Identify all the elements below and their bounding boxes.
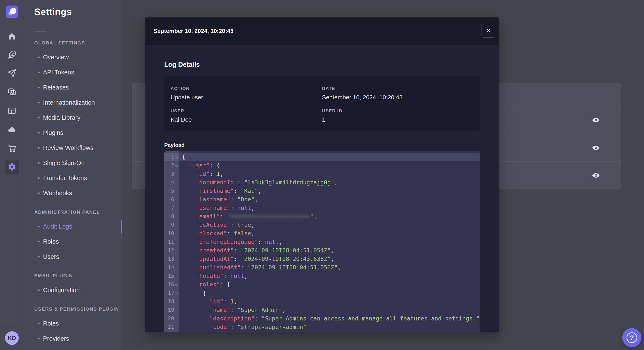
- avatar[interactable]: KD: [5, 331, 19, 345]
- cloud-icon[interactable]: [5, 123, 19, 137]
- token-key: "publishedAt": [196, 264, 241, 271]
- subnav-item-label: Internationalization: [43, 99, 95, 106]
- subnav-item-releases[interactable]: Releases: [24, 80, 123, 95]
- token-null: null: [237, 204, 251, 211]
- subnav-item-label: Roles: [43, 238, 59, 245]
- payload-code-viewer[interactable]: 1{2"user": {3"id": 1,4"documentId": "ls3…: [164, 151, 480, 332]
- code-line: 2"user": {: [164, 161, 480, 170]
- token-key: "user": [189, 162, 210, 169]
- token-punc: :: [210, 171, 216, 177]
- media-library-icon[interactable]: [5, 85, 19, 99]
- detail-field-value: Update user: [170, 94, 322, 101]
- code-line-content: "description": "Super Admins can access …: [179, 314, 480, 323]
- view-details-button[interactable]: [592, 171, 600, 180]
- fold-chevron-icon[interactable]: [175, 291, 178, 295]
- subnav-item-transfer-tokens[interactable]: Transfer Tokens: [24, 171, 123, 186]
- code-line-content: "firstname": "Kai",: [179, 187, 480, 195]
- view-details-button[interactable]: [592, 144, 600, 152]
- subnav-item-webhooks[interactable]: Webhooks: [24, 186, 123, 201]
- subnav-item-roles[interactable]: Roles: [24, 234, 123, 249]
- subnav-item-overview[interactable]: Overview: [24, 50, 123, 65]
- line-number: 13: [164, 255, 179, 263]
- token-key: "preferedLanguage": [196, 239, 258, 245]
- token-punc: ,: [314, 213, 317, 220]
- payload-label: Payload: [164, 142, 480, 148]
- eye-icon: [592, 116, 600, 124]
- token-punc: ,: [251, 230, 254, 237]
- line-number: 4: [164, 178, 179, 187]
- code-line-content: "roles": [: [179, 280, 480, 289]
- fold-chevron-icon[interactable]: [175, 155, 178, 159]
- log-details-card: ACTIONUpdate userDATESeptember 10, 2024,…: [164, 76, 480, 131]
- token-str: "Kai": [241, 187, 258, 194]
- subnav-item-audit-logs[interactable]: Audit Logs: [24, 219, 123, 234]
- code-line: 13"updatedAt": "2024-09-10T08:20:43.638Z…: [164, 255, 480, 263]
- subnav-item-internationalization[interactable]: Internationalization: [24, 95, 123, 110]
- token-str: ": [227, 213, 230, 220]
- subnav-item-review-workflows[interactable]: Review Workflows: [24, 140, 123, 156]
- feather-icon[interactable]: [5, 48, 19, 62]
- token-punc: ,: [279, 239, 282, 245]
- detail-field-label: USER ID: [322, 108, 474, 113]
- code-line: 18"id": 1,: [164, 297, 480, 306]
- code-line-content: "createdAt": "2024-09-10T08:04:51.054Z",: [179, 246, 480, 255]
- line-number: 22: [164, 331, 179, 332]
- token-punc: ,: [338, 264, 341, 271]
- token-punc: :: [258, 239, 265, 245]
- subnav-item-plugins[interactable]: Plugins: [24, 125, 123, 140]
- subnav-item-single-sign-on[interactable]: Single Sign-On: [24, 156, 123, 171]
- subnav-section: EMAIL PLUGINConfiguration: [24, 273, 123, 298]
- code-line: 17{: [164, 289, 480, 297]
- home-icon[interactable]: [5, 29, 19, 43]
- token-punc: ,: [282, 307, 286, 313]
- line-number: 21: [164, 323, 179, 331]
- view-details-button[interactable]: [592, 116, 600, 124]
- line-number: 18: [164, 297, 179, 306]
- subnav-item-label: Releases: [43, 84, 69, 91]
- fold-chevron-icon[interactable]: [175, 164, 178, 167]
- token-key: "documentId": [196, 179, 237, 186]
- subnav-item-users[interactable]: Users: [24, 249, 123, 264]
- token-null: null: [230, 273, 244, 279]
- code-line-content: {: [179, 153, 480, 161]
- strapi-logo[interactable]: [6, 5, 18, 18]
- subnav-item-media-library[interactable]: Media Library: [24, 110, 123, 125]
- token-key: "code": [210, 324, 230, 330]
- subnav-item-label: Review Workflows: [43, 144, 93, 151]
- log-details-modal: September 10, 2024, 10:20:43 ✕ Log Detai…: [145, 17, 499, 332]
- subnav-section-label: GLOBAL SETTINGS: [24, 40, 123, 46]
- bullet-icon: [38, 338, 40, 339]
- bullet-icon: [38, 323, 40, 324]
- send-icon[interactable]: [5, 66, 19, 80]
- detail-field: ACTIONUpdate user: [170, 86, 322, 108]
- bullet-icon: [38, 132, 40, 134]
- bullet-icon: [38, 117, 40, 118]
- code-line: 16"roles": [: [164, 280, 480, 289]
- token-punc: ,: [258, 187, 262, 194]
- token-blur: •••••••••••••••••••••••: [230, 213, 310, 220]
- token-key: "isActive": [196, 222, 230, 228]
- icon-sidebar: KD: [0, 0, 24, 350]
- cart-icon[interactable]: [5, 141, 19, 155]
- token-key: "updatedAt": [196, 256, 234, 262]
- subnav-item-api-tokens[interactable]: API Tokens: [24, 65, 123, 80]
- layout-icon[interactable]: [5, 104, 19, 118]
- code-line: 6"lastname": "Doe",: [164, 195, 480, 204]
- token-punc: ,: [251, 204, 254, 211]
- code-line: 9"isActive": true,: [164, 221, 480, 229]
- close-button[interactable]: ✕: [482, 24, 495, 38]
- fold-chevron-icon[interactable]: [175, 283, 178, 286]
- code-line: 10"blocked": false,: [164, 229, 480, 238]
- detail-field-label: DATE: [322, 86, 474, 91]
- subnav-item-roles[interactable]: Roles: [24, 316, 123, 331]
- token-str: "ls3uk3g1xm4ltdrdugzajg0g": [244, 179, 334, 186]
- gear-icon[interactable]: [5, 160, 19, 174]
- help-button[interactable]: ?: [622, 328, 642, 347]
- code-line-content: "preferedLanguage": null,: [179, 238, 480, 246]
- subnav-item-providers[interactable]: Providers: [24, 331, 123, 346]
- code-line-content: "publishedAt": "2024-09-10T08:04:51.056Z…: [179, 263, 480, 272]
- subnav-section: USERS & PERMISSIONS PLUGINRolesProviders: [24, 306, 123, 346]
- subnav-item-label: Overview: [43, 54, 69, 61]
- token-punc: :: [234, 187, 241, 194]
- subnav-item-configuration[interactable]: Configuration: [24, 283, 123, 298]
